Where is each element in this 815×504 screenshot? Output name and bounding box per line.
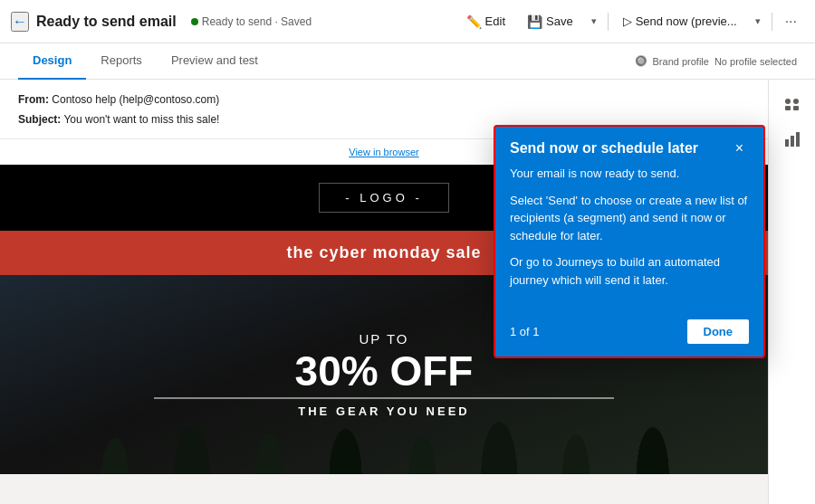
subject-value: You won't want to miss this sale! — [63, 113, 219, 126]
topbar-actions: ✏️ Edit 💾 Save ▾ ▷ Send now (previe... ▾… — [457, 9, 804, 34]
sidebar-users-button[interactable] — [776, 87, 809, 119]
percent-text: 30% OFF — [295, 350, 474, 392]
send-schedule-popup: Send now or schedule later × Your email … — [494, 125, 765, 358]
topbar-left: ← Ready to send email Ready to send · Sa… — [11, 12, 457, 32]
save-chevron-button[interactable]: ▾ — [586, 11, 602, 32]
send-chevron-button[interactable]: ▾ — [750, 11, 766, 32]
svg-rect-4 — [785, 139, 789, 147]
subject-label: Subject: — [18, 113, 61, 126]
from-label: From: — [18, 93, 49, 106]
brand-profile-icon: 🔘 — [635, 55, 647, 67]
back-icon: ← — [13, 14, 27, 30]
svg-rect-2 — [793, 106, 799, 110]
status-badge: Ready to send · Saved — [191, 15, 312, 28]
toolbar-divider2 — [772, 13, 772, 31]
popup-paragraph-2: Select 'Send' to choose or create a new … — [510, 192, 749, 245]
topbar: ← Ready to send email Ready to send · Sa… — [0, 0, 815, 43]
more-options-button[interactable]: ··· — [778, 9, 804, 34]
brand-profile-label: Brand profile — [653, 56, 709, 67]
popup-body: Your email is now ready to send. Select … — [495, 165, 763, 310]
status-dot — [191, 18, 198, 25]
gear-text: THE GEAR YOU NEED — [298, 404, 469, 418]
page-title: Ready to send email — [36, 14, 177, 30]
send-icon: ▷ — [623, 14, 632, 28]
brand-profile-value: No profile selected — [714, 56, 797, 67]
send-button[interactable]: ▷ Send now (previe... — [614, 10, 746, 33]
popup-close-button[interactable]: × — [730, 139, 749, 157]
main-content: From: Contoso help (help@contoso.com) Su… — [0, 80, 815, 504]
from-line: From: Contoso help (help@contoso.com) — [18, 90, 750, 110]
status-text: Ready to send · Saved — [202, 15, 312, 28]
right-sidebar — [768, 80, 815, 504]
tab-reports[interactable]: Reports — [86, 43, 157, 80]
popup-footer: 1 of 1 Done — [495, 310, 763, 357]
logo-box: - LOGO - — [319, 183, 448, 213]
edit-button[interactable]: ✏️ Edit — [457, 10, 514, 33]
template-divider — [154, 397, 615, 399]
nav-tabs: Design Reports Preview and test 🔘 Brand … — [0, 43, 815, 80]
save-icon: 💾 — [527, 14, 542, 29]
save-button[interactable]: 💾 Save — [518, 10, 582, 33]
from-value: Contoso help (help@contoso.com) — [52, 93, 219, 106]
back-button[interactable]: ← — [11, 12, 29, 32]
edit-icon: ✏️ — [466, 14, 482, 29]
toolbar-divider — [608, 13, 609, 31]
tab-preview[interactable]: Preview and test — [157, 43, 273, 80]
up-to-text: UP TO — [359, 331, 408, 347]
popup-paragraph-1: Your email is now ready to send. — [510, 165, 749, 183]
popup-paragraph-3: Or go to Journeys to build an automated … — [510, 253, 749, 289]
svg-rect-5 — [791, 136, 794, 147]
popup-header: Send now or schedule later × — [495, 127, 763, 165]
svg-point-1 — [785, 99, 791, 104]
svg-rect-0 — [785, 106, 791, 110]
sidebar-stats-button[interactable] — [776, 123, 809, 156]
svg-point-3 — [793, 99, 799, 104]
popup-done-button[interactable]: Done — [687, 319, 750, 344]
popup-counter: 1 of 1 — [510, 325, 540, 338]
brand-profile-bar: 🔘 Brand profile No profile selected — [635, 55, 797, 67]
stats-icon — [783, 130, 801, 148]
popup-title: Send now or schedule later — [510, 140, 698, 157]
tab-design[interactable]: Design — [18, 43, 86, 80]
svg-rect-6 — [796, 132, 800, 147]
users-icon — [783, 94, 801, 112]
